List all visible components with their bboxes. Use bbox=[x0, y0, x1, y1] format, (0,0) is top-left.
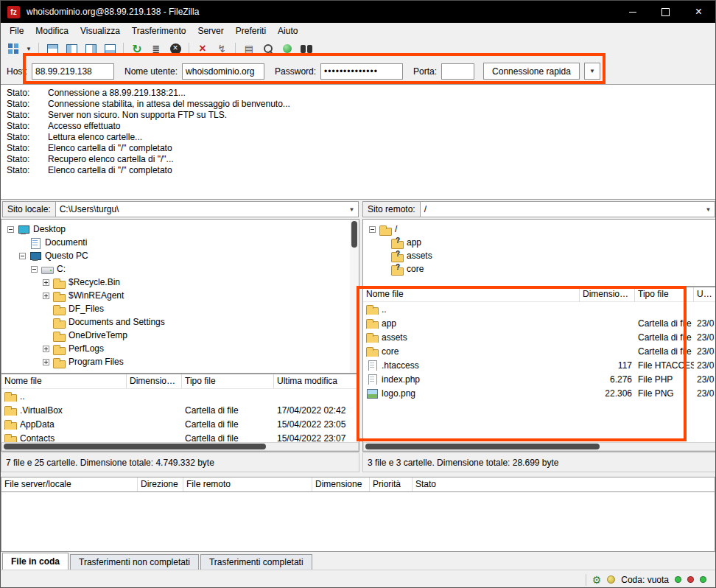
menu-server[interactable]: Server bbox=[192, 24, 229, 38]
find-files-icon[interactable] bbox=[298, 41, 315, 57]
tree-item-program-files[interactable]: Program Files bbox=[1, 355, 359, 368]
menu-aiuto[interactable]: Aiuto bbox=[272, 24, 303, 38]
scrollbar-thumb[interactable] bbox=[4, 444, 266, 449]
column-header-direction[interactable]: Direzione bbox=[138, 477, 183, 491]
site-manager-icon[interactable] bbox=[5, 41, 21, 57]
menu-visualizza[interactable]: Visualizza bbox=[74, 24, 126, 38]
tree-item-core[interactable]: core bbox=[363, 262, 716, 276]
expand-icon[interactable] bbox=[43, 293, 49, 299]
speed-limit-icon[interactable] bbox=[607, 575, 615, 584]
toggle-message-log-icon[interactable] bbox=[44, 41, 60, 57]
column-header-type[interactable]: Tipo file bbox=[635, 287, 694, 301]
collapse-icon[interactable] bbox=[369, 226, 376, 233]
host-input[interactable] bbox=[32, 63, 114, 80]
toggle-transfer-queue-icon[interactable] bbox=[102, 41, 118, 57]
column-header-modified[interactable]: Ultima modifica bbox=[694, 287, 716, 301]
settings-gear-icon[interactable]: ⚙ bbox=[592, 574, 602, 586]
tab-trasferimenti-non-completati[interactable]: Trasferimenti non completati bbox=[70, 554, 199, 570]
tree-item-perflogs[interactable]: PerfLogs bbox=[1, 342, 359, 355]
collapse-icon[interactable] bbox=[31, 266, 38, 273]
maximize-button[interactable] bbox=[649, 1, 682, 23]
file-row[interactable]: index.php 6.276 File PHP 23/0 bbox=[363, 372, 716, 386]
tree-item-df-files[interactable]: DF_Files bbox=[1, 302, 359, 315]
remote-path-combo[interactable]: / ▼ bbox=[421, 201, 715, 217]
file-row[interactable]: .htaccess 117 File HTACCESS 23/0 bbox=[363, 358, 716, 372]
reconnect-icon[interactable]: ↯ bbox=[214, 41, 230, 57]
scrollbar-thumb[interactable] bbox=[351, 221, 357, 248]
toggle-local-tree-icon[interactable] bbox=[63, 41, 80, 57]
collapse-icon[interactable] bbox=[7, 226, 14, 233]
tree-item-c-drive[interactable]: C: bbox=[1, 262, 359, 276]
menu-file[interactable]: File bbox=[4, 24, 29, 38]
column-header-status[interactable]: Stato bbox=[413, 477, 715, 491]
file-row[interactable]: .. bbox=[1, 389, 359, 403]
column-header-type[interactable]: Tipo file bbox=[182, 374, 274, 388]
file-row[interactable]: .VirtualBox Cartella di file 17/04/2022 … bbox=[1, 403, 359, 417]
tree-item-recycle-bin[interactable]: $Recycle.Bin bbox=[1, 276, 359, 289]
remote-list-hscrollbar[interactable] bbox=[363, 442, 716, 451]
menu-modifica[interactable]: Modifica bbox=[29, 24, 74, 38]
log-message: Recupero elenco cartella di "/"... bbox=[48, 154, 174, 165]
local-tree-scrollbar[interactable] bbox=[350, 220, 359, 373]
column-header-server-local-file[interactable]: File server/locale bbox=[1, 477, 138, 491]
collapse-icon[interactable] bbox=[19, 253, 26, 259]
tree-item-desktop[interactable]: Desktop bbox=[1, 223, 359, 236]
tree-item-app[interactable]: app bbox=[363, 236, 716, 249]
folder-icon bbox=[53, 343, 66, 354]
column-header-name[interactable]: Nome file bbox=[1, 374, 127, 388]
site-manager-dropdown-icon[interactable]: ▼ bbox=[24, 41, 33, 57]
file-row[interactable]: AppData Cartella di file 15/04/2022 23:0… bbox=[1, 417, 359, 431]
tree-item-questo-pc[interactable]: Questo PC bbox=[1, 249, 359, 262]
menu-trasferimento[interactable]: Trasferimento bbox=[126, 24, 192, 38]
tree-item-root[interactable]: / bbox=[363, 223, 716, 236]
folder-icon bbox=[53, 357, 66, 368]
quickconnect-button[interactable]: Connessione rapida bbox=[483, 63, 580, 80]
column-header-size[interactable]: Dimensione file bbox=[127, 374, 182, 388]
tree-item-winreagent[interactable]: $WinREAgent bbox=[1, 289, 359, 302]
local-list-hscrollbar[interactable] bbox=[1, 442, 359, 451]
column-header-name[interactable]: Nome file bbox=[363, 287, 580, 301]
column-header-size[interactable]: Dimensione file bbox=[580, 287, 635, 301]
tab-file-in-coda[interactable]: File in coda bbox=[2, 553, 69, 570]
desktop-icon bbox=[18, 224, 30, 235]
directory-listing-icon[interactable]: ▤ bbox=[241, 41, 257, 57]
chevron-down-icon[interactable]: ▼ bbox=[345, 202, 358, 217]
quickconnect-dropdown-icon[interactable]: ▼ bbox=[584, 63, 600, 80]
column-header-priority[interactable]: Priorità bbox=[370, 477, 413, 491]
log-message: Lettura elenco cartelle... bbox=[48, 132, 142, 143]
port-input[interactable] bbox=[441, 63, 474, 80]
chevron-down-icon[interactable]: ▼ bbox=[702, 202, 715, 217]
tree-item-documenti[interactable]: Documenti bbox=[1, 236, 359, 249]
column-header-remote-file[interactable]: File remoto bbox=[183, 477, 312, 491]
file-row[interactable]: logo.png 22.306 File PNG 23/0 bbox=[363, 386, 716, 400]
refresh-icon[interactable]: ↻ bbox=[129, 41, 145, 57]
toggle-remote-tree-icon[interactable] bbox=[83, 41, 99, 57]
window-controls bbox=[616, 1, 715, 23]
expand-icon[interactable] bbox=[43, 346, 49, 352]
file-row[interactable]: .. bbox=[363, 302, 716, 316]
file-row[interactable]: assets Cartella di file 23/0 bbox=[363, 330, 716, 344]
folder-icon bbox=[53, 330, 66, 341]
password-input[interactable] bbox=[320, 63, 403, 80]
tree-item-onedrivetemp[interactable]: OneDriveTemp bbox=[1, 329, 359, 342]
disconnect-icon[interactable]: × bbox=[194, 41, 211, 57]
column-header-modified[interactable]: Ultima modifica bbox=[274, 374, 359, 388]
tree-item-assets[interactable]: assets bbox=[363, 249, 716, 262]
process-queue-icon[interactable]: ≣ bbox=[148, 41, 164, 57]
column-header-size[interactable]: Dimensione bbox=[312, 477, 370, 491]
minimize-button[interactable] bbox=[616, 1, 649, 23]
cancel-operation-icon[interactable] bbox=[167, 41, 183, 57]
expand-icon[interactable] bbox=[43, 279, 49, 286]
file-row[interactable]: app Cartella di file 23/0 bbox=[363, 316, 716, 330]
username-input[interactable] bbox=[182, 63, 264, 80]
synchronized-browsing-icon[interactable] bbox=[279, 41, 295, 57]
tab-trasferimenti-completati[interactable]: Trasferimenti completati bbox=[200, 554, 312, 570]
file-row[interactable]: core Cartella di file 23/0 bbox=[363, 344, 716, 358]
scrollbar-thumb[interactable] bbox=[365, 444, 600, 449]
close-button[interactable] bbox=[682, 1, 715, 23]
file-search-icon[interactable] bbox=[260, 41, 276, 57]
menu-preferiti[interactable]: Preferiti bbox=[230, 24, 272, 38]
expand-icon[interactable] bbox=[43, 359, 49, 365]
local-path-combo[interactable]: C:\Users\turgu\ ▼ bbox=[56, 201, 359, 217]
tree-item-documents-and-settings[interactable]: Documents and Settings bbox=[1, 315, 359, 329]
